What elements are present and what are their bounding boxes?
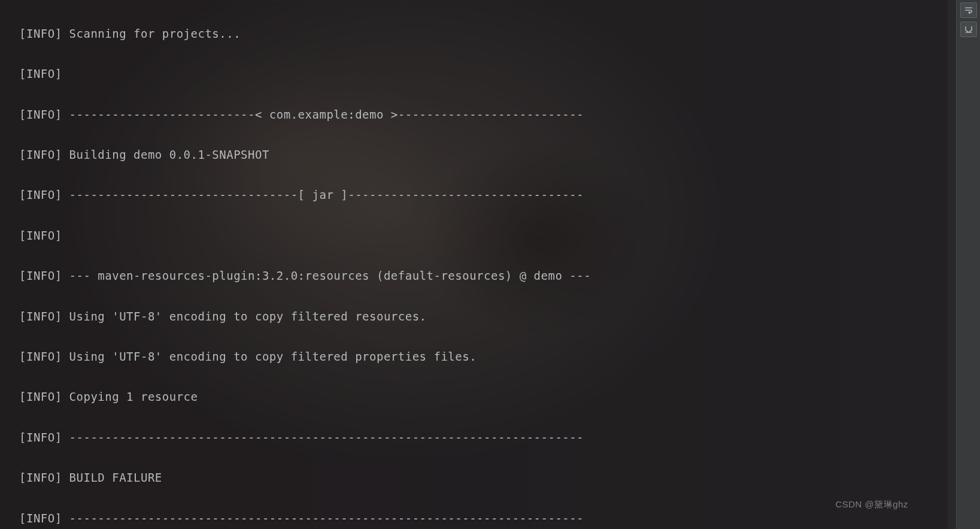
console-line: [INFO] Scanning for projects... — [19, 24, 980, 44]
console-line: [INFO] --------------------------< com.e… — [19, 105, 980, 125]
console-line: [INFO] — [19, 226, 980, 246]
console-line: [INFO] Using 'UTF-8' encoding to copy fi… — [19, 307, 980, 327]
vertical-scrollbar[interactable] — [948, 0, 956, 529]
console-line: [INFO] BUILD FAILURE — [19, 468, 980, 488]
console-line: [INFO] Building demo 0.0.1-SNAPSHOT — [19, 145, 980, 165]
scroll-to-end-icon — [964, 25, 973, 34]
console-line: [INFO] Using 'UTF-8' encoding to copy fi… — [19, 347, 980, 367]
watermark-text: CSDN @黛琳ghz — [835, 494, 908, 515]
console-line: [INFO] --------------------------------[… — [19, 185, 980, 205]
console-output: [INFO] Scanning for projects... [INFO] [… — [0, 0, 980, 529]
scroll-to-end-button[interactable] — [960, 22, 977, 37]
console-line: [INFO] — [19, 64, 980, 84]
soft-wrap-icon — [964, 5, 973, 15]
console-line: [INFO] Copying 1 resource — [19, 387, 980, 407]
console-gutter — [956, 0, 980, 529]
console-line: [INFO] ---------------------------------… — [19, 428, 980, 448]
console-line: [INFO] --- maven-resources-plugin:3.2.0:… — [19, 266, 980, 286]
soft-wrap-button[interactable] — [960, 2, 977, 18]
